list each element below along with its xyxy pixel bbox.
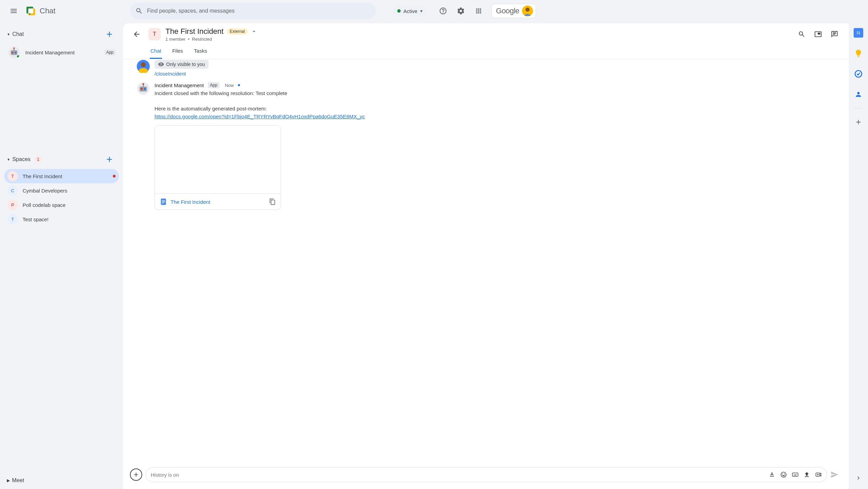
chat-section-header[interactable]: ▼Chat xyxy=(4,25,119,44)
rail-collapse-button[interactable] xyxy=(853,473,864,484)
main-panel: T The First Incident External 1 member •… xyxy=(123,23,849,489)
app-badge: App xyxy=(104,49,116,55)
app-name: Chat xyxy=(40,6,55,15)
help-button[interactable] xyxy=(436,3,451,18)
visibility-notice: Only visible to you xyxy=(155,60,209,69)
plus-icon xyxy=(133,471,139,478)
pip-button[interactable] xyxy=(811,27,826,42)
svg-point-8 xyxy=(15,52,16,54)
new-space-button[interactable] xyxy=(103,153,116,166)
space-item-test-space[interactable]: T Test space! xyxy=(4,212,119,226)
status-selector[interactable]: Active ▾ xyxy=(392,5,427,17)
svg-point-21 xyxy=(143,83,144,85)
rail-tasks[interactable] xyxy=(852,67,865,81)
bot-avatar-icon xyxy=(137,82,150,95)
triangle-down-icon: ▼ xyxy=(7,158,10,161)
user-message-avatar xyxy=(137,60,150,73)
gif-icon[interactable]: GIF xyxy=(792,471,799,478)
space-avatar: T xyxy=(8,214,18,224)
settings-button[interactable] xyxy=(453,3,468,18)
google-account-box[interactable]: Google xyxy=(492,4,536,18)
attachment-name: The First Incident xyxy=(171,199,266,205)
message-user-command: Only visible to you /closeIncident xyxy=(137,59,835,79)
user-avatar[interactable] xyxy=(522,5,533,16)
spaces-unread-count: 1 xyxy=(35,157,42,162)
svg-point-12 xyxy=(17,55,20,58)
tab-files[interactable]: Files xyxy=(172,44,184,59)
search-icon xyxy=(135,7,143,15)
spaces-section-label: Spaces xyxy=(12,156,30,162)
arrow-back-icon xyxy=(133,30,141,38)
search-input[interactable] xyxy=(147,8,371,14)
chat-section-label: Chat xyxy=(12,31,24,37)
space-header-avatar: T xyxy=(148,28,161,40)
person-icon xyxy=(855,91,862,98)
emoji-icon[interactable] xyxy=(780,471,787,478)
svg-rect-2 xyxy=(28,9,33,13)
notification-dot-icon xyxy=(113,175,116,177)
search-in-space-button[interactable] xyxy=(794,27,809,42)
app-badge: App xyxy=(208,82,219,88)
svg-rect-22 xyxy=(161,199,166,205)
format-icon[interactable] xyxy=(769,471,775,478)
space-subtitle: 1 member • Restricted xyxy=(165,37,257,42)
rail-get-addons[interactable] xyxy=(852,115,865,129)
eye-icon xyxy=(158,61,164,67)
space-item-cymbal-developers[interactable]: C Cymbal Developers xyxy=(4,183,119,198)
apps-button[interactable] xyxy=(471,3,486,18)
avatar-icon xyxy=(522,5,533,16)
side-panel-rail: 31 xyxy=(849,22,868,489)
space-avatar: C xyxy=(8,185,18,196)
send-button[interactable] xyxy=(830,471,839,479)
main-menu-button[interactable] xyxy=(5,3,22,19)
space-avatar: T xyxy=(8,171,18,181)
external-badge: External xyxy=(227,28,248,35)
copy-icon xyxy=(269,198,276,205)
new-chat-button[interactable] xyxy=(103,27,116,41)
composer-input[interactable] xyxy=(151,472,769,478)
upload-icon[interactable] xyxy=(803,471,810,478)
meet-section-header[interactable]: ▶ Meet xyxy=(4,475,119,486)
thread-panel-button[interactable] xyxy=(827,27,842,42)
video-call-icon[interactable] xyxy=(815,471,822,478)
plus-icon xyxy=(855,118,862,126)
postmortem-link[interactable]: https://docs.google.com/open?id=1Fbjo4E_… xyxy=(155,114,365,119)
svg-rect-23 xyxy=(162,200,165,200)
space-item-poll-codelab[interactable]: P Poll codelab space xyxy=(4,198,119,212)
rail-keep[interactable] xyxy=(852,47,865,60)
tab-tasks[interactable]: Tasks xyxy=(193,44,208,59)
space-item-label: Cymbal Developers xyxy=(23,188,116,194)
chevron-down-icon xyxy=(251,28,257,35)
app-logo-area: Chat xyxy=(25,5,120,17)
space-header: T The First Incident External 1 member •… xyxy=(123,23,849,59)
command-text: /closeIncident xyxy=(155,71,835,77)
search-box[interactable] xyxy=(130,3,376,19)
avatar-icon xyxy=(137,60,150,73)
message-body: Incident closed with the following resol… xyxy=(155,90,835,120)
back-button[interactable] xyxy=(130,27,144,41)
message-composer[interactable]: GIF xyxy=(146,467,827,482)
space-title-row[interactable]: The First Incident External xyxy=(165,27,257,36)
svg-point-18 xyxy=(141,88,143,90)
help-icon xyxy=(439,7,447,15)
message-sender: Incident Management xyxy=(155,82,204,88)
thread-icon xyxy=(831,30,838,38)
bot-avatar-icon xyxy=(8,46,21,59)
triangle-down-icon: ▼ xyxy=(7,32,10,36)
plus-icon xyxy=(105,155,114,164)
top-bar: Chat Active ▾ Google xyxy=(0,0,868,22)
svg-point-10 xyxy=(13,48,15,49)
google-label: Google xyxy=(496,6,519,15)
copy-attachment-button[interactable] xyxy=(269,198,276,205)
chat-item-incident-management[interactable]: Incident Management App xyxy=(4,44,119,61)
attachment-card[interactable]: The First Incident xyxy=(155,125,281,210)
composer-add-button[interactable] xyxy=(130,468,142,481)
rail-calendar[interactable]: 31 xyxy=(852,26,865,40)
tab-chat[interactable]: Chat xyxy=(150,44,162,59)
rail-contacts[interactable] xyxy=(852,88,865,101)
spaces-section-header[interactable]: ▼ Spaces 1 xyxy=(4,150,119,169)
apps-grid-icon xyxy=(475,7,482,15)
chevron-down-icon: ▾ xyxy=(420,8,423,14)
status-indicator-icon xyxy=(397,9,401,13)
space-item-first-incident[interactable]: T The First Incident xyxy=(4,169,119,183)
